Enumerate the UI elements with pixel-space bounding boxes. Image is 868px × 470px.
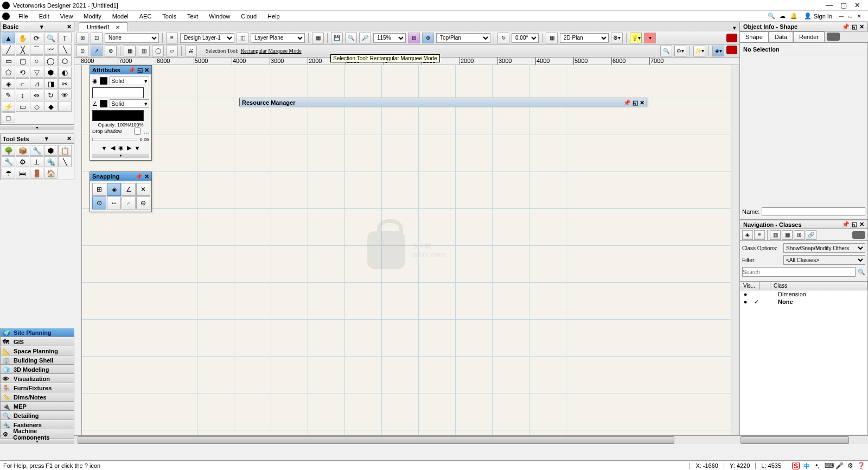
snapping-panel[interactable]: Snapping 📌✕ ⊞ ◈ ∠ ✕ ⊙ ↔ ⟋ ⊖ xyxy=(90,172,152,212)
double-line-tool[interactable]: ╳ xyxy=(16,44,29,55)
close-button[interactable]: ✕ xyxy=(854,1,860,9)
object-info-close-button[interactable]: ✕ xyxy=(859,23,864,30)
toolset-gis[interactable]: 🗺GIS xyxy=(0,337,74,346)
tab-shape[interactable]: Shape xyxy=(739,31,769,42)
render-mode-button[interactable]: ▦ xyxy=(546,33,558,43)
toolset-space-planning[interactable]: 📐Space Planning xyxy=(0,346,74,355)
mirror-tool[interactable]: ⇔ xyxy=(30,90,43,100)
mode-btn-5[interactable]: ▥ xyxy=(138,46,150,56)
palette-menu-icon[interactable]: ▾ xyxy=(40,23,43,30)
maximize-button[interactable]: ▢ xyxy=(840,1,847,9)
mode-btn-6[interactable]: ◯ xyxy=(152,46,164,56)
class-row[interactable]: ● Dimension xyxy=(740,290,867,298)
fill-color-swatch[interactable] xyxy=(100,77,107,85)
snap-dropdown-button[interactable]: ◈▾ xyxy=(712,46,724,56)
basic-close-button[interactable]: ✕ xyxy=(67,23,72,30)
doc-minimize-button[interactable]: — xyxy=(839,14,844,19)
class-row[interactable]: ● ✓ None xyxy=(740,298,867,306)
menu-help[interactable]: Help xyxy=(262,12,285,21)
menu-tools[interactable]: Tools xyxy=(157,12,182,21)
drop-shadow-settings-button[interactable]: … xyxy=(143,128,149,135)
menu-view[interactable]: View xyxy=(55,12,79,21)
tab-render[interactable]: Render xyxy=(793,31,825,42)
preferences-button[interactable]: 🖨 xyxy=(185,46,197,56)
menu-model[interactable]: Model xyxy=(107,12,134,21)
notification-icon[interactable]: 🔔 xyxy=(790,12,797,20)
snap-edge-button[interactable]: ⟋ xyxy=(122,196,136,209)
toolsets-close-button[interactable]: ✕ xyxy=(67,135,72,142)
toolset-tool-8[interactable]: ⊥ xyxy=(30,156,43,167)
callout-tool[interactable]: ▭ xyxy=(16,101,29,112)
pin-icon[interactable]: 📌 xyxy=(842,23,850,30)
object-name-input[interactable] xyxy=(762,207,865,216)
chamfer-tool[interactable]: ⊿ xyxy=(30,78,43,89)
nav-horizontal-scrollbar[interactable] xyxy=(739,435,868,444)
cloud-icon[interactable]: ☁ xyxy=(780,12,786,20)
col-check[interactable] xyxy=(760,282,770,290)
snap-intersect-button[interactable]: ✕ xyxy=(136,183,150,196)
resource-manager-close-button[interactable]: ✕ xyxy=(640,99,644,106)
tray-punct-icon[interactable]: •, xyxy=(814,462,821,469)
polygon-tool[interactable]: ⬠ xyxy=(2,67,15,78)
record-badge[interactable] xyxy=(827,33,840,41)
toolset-tool-14[interactable]: 🏠 xyxy=(44,168,58,179)
toolset-building-shell[interactable]: 🏢Building Shell xyxy=(0,355,74,365)
nav-references-button[interactable]: 🔗 xyxy=(806,230,816,240)
active-check[interactable]: ✓ xyxy=(751,298,762,306)
zoom-button-2[interactable]: 🔎 xyxy=(359,33,371,43)
document-tab-close[interactable]: ✕ xyxy=(116,24,120,30)
save-view-button[interactable]: 💾 xyxy=(331,33,343,43)
light-button[interactable]: 💡▾ xyxy=(630,33,642,43)
toolset-collapse-bar[interactable]: ▼ xyxy=(0,440,74,444)
snap-smart-point-button[interactable]: ⊙ xyxy=(92,196,106,209)
scale-tool[interactable]: □ xyxy=(2,112,15,123)
menu-text[interactable]: Text xyxy=(182,12,203,21)
zoom-dropdown[interactable]: 115% xyxy=(373,33,406,43)
rotate-view-button[interactable]: ↻ xyxy=(497,33,509,43)
document-tab[interactable]: Untitled1 ✕ xyxy=(79,22,128,31)
connect-tool[interactable]: ⚡ xyxy=(2,101,15,112)
sign-in-button[interactable]: 👤 Sign In xyxy=(802,12,834,20)
saved-view-button[interactable]: ▦ xyxy=(312,33,324,43)
toolset-tool-4[interactable]: ⬢ xyxy=(44,145,58,156)
pin-icon[interactable]: 📌 xyxy=(842,221,850,228)
zoom-tool[interactable]: 🔍 xyxy=(44,33,58,43)
nav-layers-button[interactable]: ≡ xyxy=(754,230,765,240)
background-button[interactable]: ▾ xyxy=(644,33,656,43)
menu-window[interactable]: Window xyxy=(203,12,235,21)
marker-prev-button[interactable]: ◀ xyxy=(111,144,115,151)
marker-next-button[interactable]: ▶ xyxy=(127,144,131,151)
layer-icon[interactable]: ≡ xyxy=(166,33,178,43)
col-visibility[interactable]: Vis... xyxy=(740,282,760,290)
navigation-header[interactable]: Navigation - Classes 📌◱✕ xyxy=(739,220,868,229)
attributes-collapse[interactable]: ▼ xyxy=(92,154,149,158)
snap-tangent-button[interactable]: ⊖ xyxy=(136,196,150,209)
toolset-tool-2[interactable]: 📦 xyxy=(16,145,29,156)
fill-type-dropdown[interactable]: Solid▾ xyxy=(110,77,149,85)
toolset-tool-1[interactable]: 🌳 xyxy=(2,145,15,156)
col-class[interactable]: Class xyxy=(770,282,867,290)
angle-input[interactable]: 0.00° xyxy=(512,33,539,43)
toolset-tool-13[interactable]: 🚪 xyxy=(30,168,43,179)
line-thickness-slider[interactable] xyxy=(92,138,137,141)
tray-mic-icon[interactable]: 🎤 xyxy=(835,462,843,469)
tab-data[interactable]: Data xyxy=(769,31,793,42)
fillet-tool[interactable]: ⌐ xyxy=(16,78,29,89)
marker-start-dropdown[interactable]: ▼ xyxy=(101,145,107,151)
resource-manager-panel[interactable]: Resource Manager 📌◱✕ xyxy=(239,98,647,106)
toolset-tool-9[interactable]: 🔩 xyxy=(44,156,58,167)
mode-btn-4[interactable]: ▦ xyxy=(124,46,136,56)
toolset-tool-6[interactable]: 🔧 xyxy=(2,156,15,167)
tray-lang-icon[interactable]: 中 xyxy=(803,462,810,469)
freehand-tool[interactable]: 〰 xyxy=(44,44,58,55)
search-tool-button[interactable]: 🔍 xyxy=(660,46,672,56)
line-tool[interactable]: ╱ xyxy=(2,44,15,55)
snap-grid-button[interactable]: ⊞ xyxy=(92,183,106,196)
rounded-rect-tool[interactable]: ▢ xyxy=(16,55,29,66)
drawing-canvas[interactable]: 安下载 anxz.com Attributes 📌◱✕ ◉ Solid xyxy=(82,65,731,435)
toolset-tool-11[interactable]: ☂ xyxy=(2,168,15,179)
basic-collapse-bar[interactable]: ▼ xyxy=(0,126,74,130)
pin-icon[interactable]: 📌 xyxy=(623,99,631,106)
attributes-panel[interactable]: Attributes 📌◱✕ ◉ Solid▾ ∠ S xyxy=(90,65,152,161)
tray-settings-icon[interactable]: ⚙ xyxy=(846,462,854,469)
